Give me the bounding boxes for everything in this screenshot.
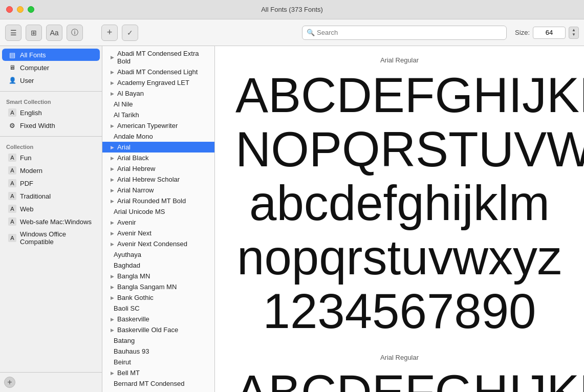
font-list-item[interactable]: ▶Academy Engraved LET <box>102 77 214 88</box>
expand-arrow-icon: ▶ <box>111 123 114 128</box>
fun-icon: A <box>8 154 16 162</box>
font-list-item[interactable]: ▶Bell MT <box>102 367 214 378</box>
toolbar: ☰ ⊞ Aa ⓘ + ✓ 🔍 Size: <box>0 19 584 46</box>
font-list-item[interactable]: Arial Unicode MS <box>102 206 214 217</box>
font-name-label: Bauhaus 93 <box>114 347 149 355</box>
sidebar-item-label: English <box>20 109 42 117</box>
search-box[interactable]: 🔍 <box>302 26 507 40</box>
font-list-item[interactable]: Batang <box>102 335 214 346</box>
font-name-label: Avenir <box>117 219 136 226</box>
font-list-item[interactable]: ▶Al Bayan <box>102 88 214 99</box>
sidebar-item-pdf[interactable]: A PDF <box>2 177 100 189</box>
font-list-item[interactable]: Al Nile <box>102 99 214 110</box>
font-list-item[interactable]: Bernard MT Condensed <box>102 378 214 389</box>
expand-arrow-icon: ▶ <box>111 188 114 193</box>
font-list-item[interactable]: ▶Abadi MT Condensed Extra Bold <box>102 48 214 67</box>
font-list-item[interactable]: ▶Arial Narrow <box>102 185 214 195</box>
font-name-label: Beirut <box>114 358 131 366</box>
font-list-item[interactable]: Andale Mono <box>102 131 214 142</box>
check-button[interactable]: ✓ <box>122 25 138 41</box>
english-icon: A <box>8 108 16 117</box>
preview-font-label: Arial Regular <box>235 354 564 361</box>
font-name-label: Arial <box>117 143 131 151</box>
sidebar-footer: + <box>0 372 102 392</box>
sidebar-system-section: ▤ All Fonts 🖥 Computer 👤 User <box>0 46 102 89</box>
preview-text-line: abcdefghijklm <box>235 176 564 230</box>
font-name-label: Bank Gothic <box>117 294 154 301</box>
close-button[interactable] <box>6 6 13 13</box>
sidebar-divider-2 <box>0 136 102 137</box>
minimize-button[interactable] <box>17 6 24 13</box>
font-list-item[interactable]: ▶Bank Gothic <box>102 292 214 303</box>
sidebar-item-label: Fixed Width <box>20 122 55 129</box>
font-list-item[interactable]: ▶Abadi MT Condensed Light <box>102 67 214 77</box>
font-preview-button[interactable]: Aa <box>46 25 62 41</box>
font-name-label: American Typewriter <box>117 122 178 129</box>
font-list-item[interactable]: ▶Arial Hebrew Scholar <box>102 174 214 185</box>
font-list-item[interactable]: ▶Baskerville Old Face <box>102 324 214 335</box>
sidebar: ▤ All Fonts 🖥 Computer 👤 User Smart Coll… <box>0 46 102 392</box>
user-icon: 👤 <box>8 76 16 84</box>
grid-button[interactable]: ⊞ <box>26 25 42 41</box>
add-collection-button[interactable]: + <box>4 377 15 388</box>
sidebar-item-fun[interactable]: A Fun <box>2 151 100 164</box>
search-input[interactable] <box>317 29 502 36</box>
preview-text-line: nopqrstuvwxyz <box>235 230 564 285</box>
size-down-arrow[interactable]: ▼ <box>572 33 576 37</box>
font-list-item[interactable]: Ayuthaya <box>102 249 214 260</box>
font-name-label: Arial Hebrew <box>117 165 155 172</box>
preview-block: Arial RegularABCDEFGHIJKLMNOPQRSTUVWXYZa… <box>235 56 564 338</box>
font-list-item[interactable]: Al Tarikh <box>102 110 214 120</box>
font-list-item[interactable]: ▶Arial Rounded MT Bold <box>102 195 214 206</box>
font-list-item[interactable]: ▶Bangla MN <box>102 271 214 281</box>
sidebar-item-fixed-width[interactable]: ⚙ Fixed Width <box>2 119 100 132</box>
sidebar-item-label: All Fonts <box>20 51 46 59</box>
sidebar-item-web[interactable]: A Web <box>2 203 100 215</box>
font-list-item[interactable]: Big Caslon <box>102 389 214 392</box>
size-controls: Size: ▲ ▼ <box>515 27 579 39</box>
sidebar-item-computer[interactable]: 🖥 Computer <box>2 61 100 74</box>
info-button[interactable]: ⓘ <box>67 25 83 41</box>
preview-content[interactable]: Arial RegularABCDEFGHIJKLMNOPQRSTUVWXYZa… <box>215 46 584 392</box>
sidebar-item-user[interactable]: 👤 User <box>2 74 100 86</box>
sidebar-item-traditional[interactable]: A Traditional <box>2 190 100 202</box>
sidebar-item-english[interactable]: A English <box>2 106 100 119</box>
font-list-item[interactable]: ▶Baskerville <box>102 314 214 324</box>
size-input[interactable] <box>533 27 566 39</box>
font-list-item[interactable]: Baghdad <box>102 260 214 271</box>
expand-arrow-icon: ▶ <box>111 199 114 204</box>
font-name-label: Academy Engraved LET <box>117 79 189 86</box>
sidebar-item-all-fonts[interactable]: ▤ All Fonts <box>2 49 100 61</box>
font-list-item[interactable]: ▶Avenir Next Condensed <box>102 238 214 249</box>
size-stepper[interactable]: ▲ ▼ <box>569 27 579 39</box>
font-list-item[interactable]: ▶Avenir <box>102 217 214 228</box>
font-list-item[interactable]: ▶Avenir Next <box>102 228 214 238</box>
font-list-item[interactable]: ▶Bangla Sangam MN <box>102 281 214 292</box>
body: ▤ All Fonts 🖥 Computer 👤 User Smart Coll… <box>0 46 584 392</box>
font-list-item[interactable]: Baoli SC <box>102 303 214 314</box>
sidebar-item-web-safe[interactable]: A Web-safe Mac:Windows <box>2 215 100 228</box>
maximize-button[interactable] <box>28 6 34 13</box>
info-icon: ⓘ <box>71 28 78 37</box>
expand-arrow-icon: ▶ <box>111 328 114 333</box>
hamburger-button[interactable]: ☰ <box>5 25 21 41</box>
font-name-label: Arial Narrow <box>117 186 154 194</box>
font-list-item[interactable]: Bauhaus 93 <box>102 346 214 357</box>
font-name-label: Abadi MT Condensed Extra Bold <box>117 50 208 65</box>
sidebar-item-modern[interactable]: A Modern <box>2 164 100 177</box>
window-title: All Fonts (373 Fonts) <box>261 6 323 13</box>
add-icon: + <box>7 378 12 386</box>
font-list-item[interactable]: ▶Arial Black <box>102 153 214 163</box>
add-icon: + <box>107 27 113 38</box>
sidebar-item-windows-office[interactable]: A Windows Office Compatible <box>2 228 100 248</box>
preview-text-line: 1234567890 <box>235 284 564 338</box>
size-label: Size: <box>515 29 530 36</box>
size-up-arrow[interactable]: ▲ <box>572 28 576 32</box>
font-name-label: Baskerville Old Face <box>117 326 178 334</box>
font-list-item[interactable]: ▶Arial Hebrew <box>102 163 214 174</box>
add-font-button[interactable]: + <box>101 25 118 41</box>
font-list-item[interactable]: ▶American Typewriter <box>102 120 214 131</box>
font-list-item[interactable]: ▶Arial <box>102 142 214 153</box>
font-list-item[interactable]: Beirut <box>102 357 214 367</box>
font-list[interactable]: ▶Abadi MT Condensed Extra Bold▶Abadi MT … <box>102 46 214 392</box>
